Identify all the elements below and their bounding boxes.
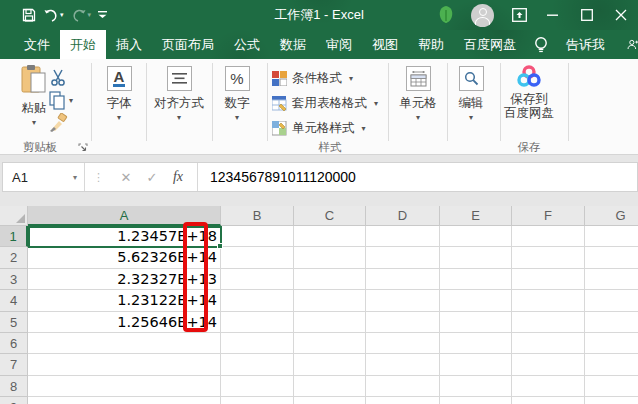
cell-B9[interactable] xyxy=(221,397,294,404)
row-header-4[interactable]: 4 xyxy=(0,290,28,311)
column-header-G[interactable]: G xyxy=(585,206,638,226)
cell-B4[interactable] xyxy=(221,290,294,311)
cell-G5[interactable] xyxy=(585,312,638,333)
cell-C4[interactable] xyxy=(294,290,366,311)
cell-A9[interactable] xyxy=(28,397,221,404)
row-header-8[interactable]: 8 xyxy=(0,376,28,397)
cell-E9[interactable] xyxy=(440,397,512,404)
cells-group-button[interactable]: 单元格 ▾ xyxy=(394,66,442,122)
copy-dropdown-arrow[interactable]: ▾ xyxy=(69,96,73,105)
cell-E2[interactable] xyxy=(440,247,512,268)
editing-group-button[interactable]: 编辑 ▾ xyxy=(451,66,491,122)
format-painter-icon[interactable] xyxy=(48,113,68,136)
name-box-dropdown-arrow[interactable]: ▾ xyxy=(73,173,77,182)
cell-F7[interactable] xyxy=(512,354,585,375)
qat-menu-icon[interactable] xyxy=(98,10,107,20)
cell-B3[interactable] xyxy=(221,269,294,290)
save-icon[interactable] xyxy=(22,8,36,22)
cell-E4[interactable] xyxy=(440,290,512,311)
cell-E5[interactable] xyxy=(440,312,512,333)
tab-page-layout[interactable]: 页面布局 xyxy=(152,30,224,59)
cells-dropdown-arrow[interactable]: ▾ xyxy=(394,114,442,122)
alignment-group-button[interactable]: 对齐方式 ▾ xyxy=(147,66,211,122)
cell-B1[interactable] xyxy=(221,226,294,247)
cell-G9[interactable] xyxy=(585,397,638,404)
row-header-3[interactable]: 3 xyxy=(0,269,28,290)
tab-insert[interactable]: 插入 xyxy=(106,30,152,59)
cell-F9[interactable] xyxy=(512,397,585,404)
insert-function-icon[interactable]: fx xyxy=(165,169,191,185)
save-to-baidu-netdisk-button[interactable]: 保存到 百度网盘 xyxy=(497,64,561,120)
cell-G1[interactable] xyxy=(585,226,638,247)
cell-B5[interactable] xyxy=(221,312,294,333)
copy-button[interactable]: ▾ xyxy=(49,91,73,110)
minimize-icon[interactable] xyxy=(536,0,570,30)
row-header-5[interactable]: 5 xyxy=(0,312,28,333)
cell-C6[interactable] xyxy=(294,333,366,354)
cell-G8[interactable] xyxy=(585,376,638,397)
select-all-corner[interactable] xyxy=(0,206,28,226)
editing-dropdown-arrow[interactable]: ▾ xyxy=(451,114,491,122)
column-header-D[interactable]: D xyxy=(366,206,440,226)
cell-C7[interactable] xyxy=(294,354,366,375)
undo-button[interactable]: ▾ xyxy=(43,9,64,22)
cell-G6[interactable] xyxy=(585,333,638,354)
cell-styles-arrow[interactable]: ▾ xyxy=(362,124,366,133)
cell-A8[interactable] xyxy=(28,376,221,397)
tell-me-lightbulb-icon[interactable] xyxy=(526,30,556,59)
number-dropdown-arrow[interactable]: ▾ xyxy=(212,114,262,122)
cell-E7[interactable] xyxy=(440,354,512,375)
column-header-E[interactable]: E xyxy=(440,206,512,226)
cell-G2[interactable] xyxy=(585,247,638,268)
cut-icon[interactable] xyxy=(48,69,68,90)
tab-tell-me[interactable]: 告诉我 xyxy=(556,30,615,59)
cell-D2[interactable] xyxy=(366,247,440,268)
cell-E3[interactable] xyxy=(440,269,512,290)
formula-bar-separator[interactable]: ⋮ xyxy=(85,171,113,184)
cell-E6[interactable] xyxy=(440,333,512,354)
fill-handle[interactable] xyxy=(217,243,223,249)
cell-F3[interactable] xyxy=(512,269,585,290)
clipboard-dialog-launcher-icon[interactable] xyxy=(78,142,88,156)
cell-E8[interactable] xyxy=(440,376,512,397)
tab-file[interactable]: 文件 xyxy=(14,30,60,59)
row-header-1[interactable]: 1 xyxy=(0,226,28,247)
cell-B6[interactable] xyxy=(221,333,294,354)
ribbon-display-options-icon[interactable] xyxy=(502,0,536,30)
font-dropdown-arrow[interactable]: ▾ xyxy=(94,114,144,122)
cell-F8[interactable] xyxy=(512,376,585,397)
cell-C5[interactable] xyxy=(294,312,366,333)
tab-view[interactable]: 视图 xyxy=(362,30,408,59)
cell-D4[interactable] xyxy=(366,290,440,311)
cell-G4[interactable] xyxy=(585,290,638,311)
cell-D8[interactable] xyxy=(366,376,440,397)
cell-G3[interactable] xyxy=(585,269,638,290)
maximize-icon[interactable] xyxy=(570,0,604,30)
cell-C1[interactable] xyxy=(294,226,366,247)
account-avatar[interactable] xyxy=(471,4,494,27)
tab-data[interactable]: 数据 xyxy=(270,30,316,59)
cell-F6[interactable] xyxy=(512,333,585,354)
tab-baidu-netdisk[interactable]: 百度网盘 xyxy=(454,30,526,59)
close-icon[interactable] xyxy=(604,0,638,30)
number-group-button[interactable]: % 数字 ▾ xyxy=(212,66,262,122)
row-header-6[interactable]: 6 xyxy=(0,333,28,354)
tab-formulas[interactable]: 公式 xyxy=(224,30,270,59)
format-as-table-button[interactable]: 套用表格格式 ▾ xyxy=(272,95,378,112)
tab-home[interactable]: 开始 xyxy=(60,30,106,59)
row-header-2[interactable]: 2 xyxy=(0,247,28,268)
cell-F2[interactable] xyxy=(512,247,585,268)
cell-D7[interactable] xyxy=(366,354,440,375)
tab-share[interactable]: 共享 xyxy=(615,30,638,59)
cell-F4[interactable] xyxy=(512,290,585,311)
plugin-leaf-icon[interactable] xyxy=(429,0,463,30)
cell-B2[interactable] xyxy=(221,247,294,268)
cell-D1[interactable] xyxy=(366,226,440,247)
cell-styles-button[interactable]: 单元格样式 ▾ xyxy=(272,120,366,137)
column-header-C[interactable]: C xyxy=(294,206,366,226)
format-as-table-arrow[interactable]: ▾ xyxy=(374,99,378,108)
font-group-button[interactable]: A 字体 ▾ xyxy=(94,66,144,122)
cell-C8[interactable] xyxy=(294,376,366,397)
tab-review[interactable]: 审阅 xyxy=(316,30,362,59)
cell-D9[interactable] xyxy=(366,397,440,404)
